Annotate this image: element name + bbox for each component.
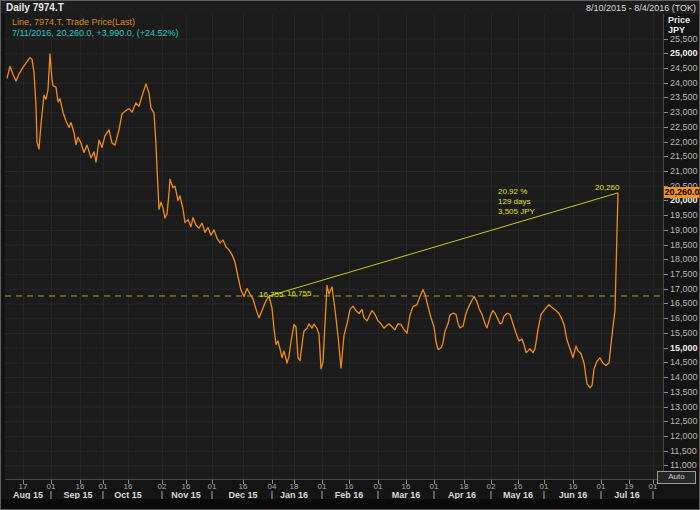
last-price-marker: 20,260.0 — [664, 187, 700, 198]
price-tick-mark — [664, 362, 668, 363]
price-tick-mark — [664, 348, 668, 349]
price-tick-label: 16,500 — [670, 298, 698, 308]
price-tick-label: 11,500 — [670, 446, 697, 456]
bottom-frame — [1, 499, 699, 510]
price-tick-label: 25,000 — [670, 48, 698, 58]
price-tick-mark — [664, 436, 668, 437]
price-tick-mark — [664, 68, 668, 69]
price-tick-mark — [664, 112, 668, 113]
price-tick-mark — [664, 83, 668, 84]
legend-last-value: 7/11/2016, 20,260.0, +3,990.0, (+24.52%) — [12, 28, 178, 38]
price-tick-label: 14,000 — [670, 372, 698, 382]
price-tick-mark — [664, 377, 668, 378]
price-tick-mark — [664, 303, 668, 304]
price-tick-label: 12,000 — [670, 431, 698, 441]
price-tick-mark — [664, 171, 668, 172]
price-tick-mark — [664, 97, 668, 98]
price-tick-mark — [664, 127, 668, 128]
price-tick-mark — [664, 289, 668, 290]
trend-jpy-label: 3,505 JPY — [498, 207, 535, 216]
price-tick-mark — [664, 156, 668, 157]
price-tick-label: 21,500 — [670, 151, 698, 161]
price-tick-label: 19,000 — [670, 225, 698, 235]
price-tick-mark — [664, 53, 668, 54]
price-chart-svg[interactable] — [1, 1, 700, 510]
price-tick-label: 15,000 — [670, 343, 698, 353]
price-tick-mark — [664, 392, 668, 393]
price-tick-mark — [664, 39, 668, 40]
price-tick-mark — [664, 230, 668, 231]
price-tick-label: 17,000 — [670, 284, 698, 294]
price-tick-mark — [664, 333, 668, 334]
price-tick-mark — [664, 259, 668, 260]
price-tick-mark — [664, 407, 668, 408]
price-tick-label: 12,500 — [670, 416, 698, 426]
price-tick-label: 11,000 — [670, 460, 697, 470]
price-tick-mark — [664, 318, 668, 319]
price-tick-label: 18,500 — [670, 240, 698, 250]
price-tick-label: 18,000 — [670, 254, 698, 264]
trend-pct-label: 20.92 % — [498, 187, 527, 196]
price-tick-mark — [664, 421, 668, 422]
price-tick-label: 15,500 — [670, 328, 698, 338]
price-tick-label: 24,000 — [670, 78, 698, 88]
price-tick-label: 14,500 — [670, 357, 698, 367]
price-tick-label: 13,000 — [670, 402, 698, 412]
price-tick-mark — [664, 274, 668, 275]
price-tick-mark — [664, 200, 668, 201]
price-tick-label: 17,500 — [670, 269, 698, 279]
price-tick-label: 13,500 — [670, 387, 698, 397]
legend-series-label: Line, 7974.T, Trade Price(Last) — [12, 17, 135, 27]
trend-line — [269, 193, 618, 296]
price-tick-mark — [664, 451, 668, 452]
price-tick-label: 22,000 — [670, 137, 698, 147]
price-axis-header: Price — [668, 15, 690, 25]
trend-end-price-label: 20,260 — [595, 183, 619, 192]
price-tick-mark — [664, 245, 668, 246]
price-tick-label: 24,500 — [670, 63, 698, 73]
price-tick-label: 22,500 — [670, 122, 698, 132]
price-tick-mark — [664, 215, 668, 216]
price-tick-label: 23,500 — [670, 92, 698, 102]
support-price-label: 16,755 — [287, 289, 311, 298]
price-tick-mark — [664, 465, 668, 466]
auto-scale-button[interactable]: Auto — [657, 471, 696, 484]
price-tick-label: 19,500 — [670, 210, 698, 220]
price-tick-label: 21,000 — [670, 166, 698, 176]
price-tick-label: 23,000 — [670, 107, 698, 117]
price-tick-label: 25,500 — [670, 34, 698, 44]
chart-window: Daily 7974.T 8/10/2015 - 8/4/2016 (TOK) … — [0, 0, 700, 510]
price-line-series — [7, 54, 618, 388]
trend-days-label: 129 days — [498, 197, 530, 206]
price-tick-label: 16,000 — [670, 313, 698, 323]
trend-start-price-label: 16,755 — [259, 290, 283, 299]
price-tick-mark — [664, 142, 668, 143]
